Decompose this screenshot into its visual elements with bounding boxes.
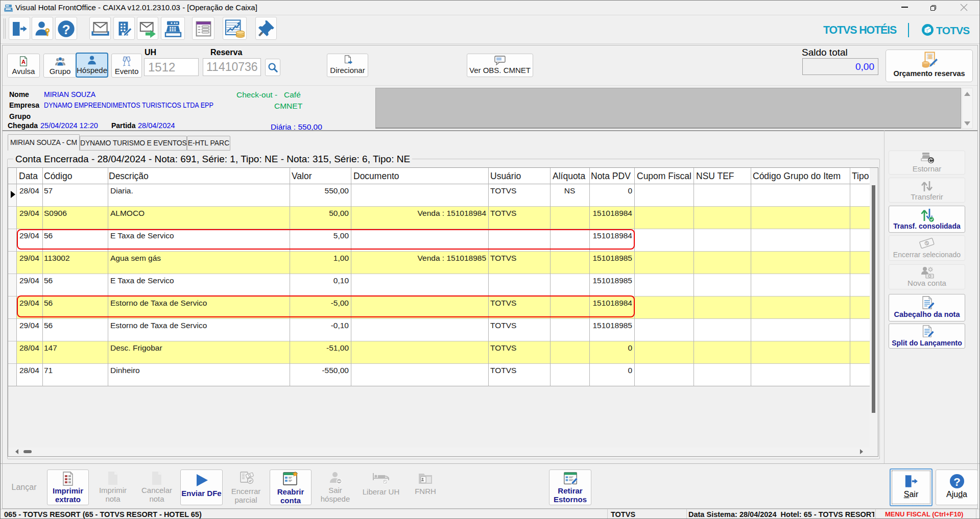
svg-text:A: A <box>21 59 26 65</box>
svg-text:?: ? <box>953 475 961 488</box>
svg-text:?: ? <box>62 22 70 37</box>
